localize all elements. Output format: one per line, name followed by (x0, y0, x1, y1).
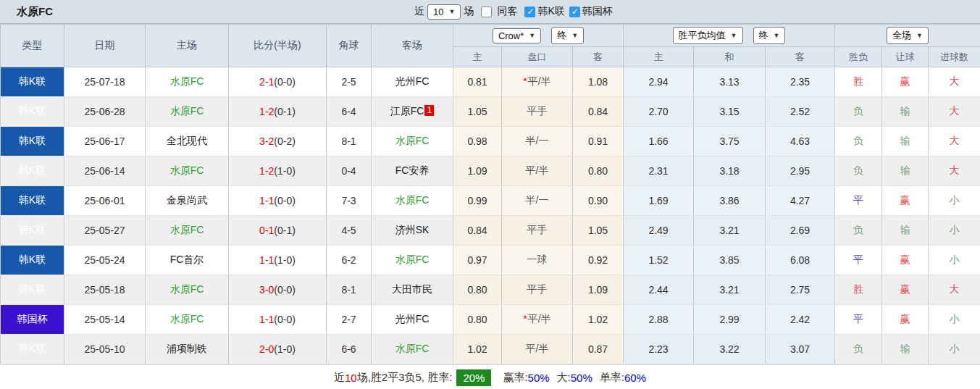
corners-cell: 0-4 (327, 156, 372, 186)
avg-draw-odds-cell: 3.21 (694, 275, 766, 305)
average-odds-select[interactable]: 胜平负均值 ▼ (673, 27, 743, 44)
bookmaker-select-value: Crow* (498, 30, 524, 41)
handicap-result-cell: 输 (882, 216, 929, 246)
handicap-away-odds-cell: 0.90 (573, 186, 624, 216)
handicap-home-odds-cell: 0.80 (453, 275, 502, 305)
match-history-panel: 水原FC 近 10 ▼ 场 同客 韩K联 韩国杯 类型 日期 (0, 0, 980, 389)
handicap-line-cell: *平/半 (502, 305, 573, 335)
handicap-line-cell: 平/半 (502, 156, 573, 186)
average-final-select[interactable]: 终 ▼ (753, 27, 786, 44)
match-row: 韩K联25-06-17全北现代3-2(0-2)8-1水原FC0.98半/一0.9… (1, 127, 980, 156)
avg-away-odds-cell: 2.52 (766, 97, 835, 127)
home-team-cell: 浦项制铁 (146, 335, 229, 364)
recent-label: 近 (414, 5, 424, 18)
handicap-result-cell: 赢 (882, 275, 929, 305)
away-team-cell: 济州SK (372, 216, 453, 246)
footer-summary: 场,胜2平3负5, 胜率: (357, 371, 453, 385)
same-away-label[interactable]: 同客 (497, 5, 517, 18)
score-cell: 1-1(0-0) (229, 305, 327, 335)
sub-header-goals: 进球数 (929, 47, 980, 67)
handicap-result-cell: 输 (882, 97, 929, 127)
result-cell: 负 (835, 216, 882, 246)
avg-draw-odds-cell: 3.86 (694, 186, 766, 216)
red-card-badge: 1 (424, 105, 434, 116)
sub-header-let-ball: 让球 (882, 47, 929, 67)
handicap-home-odds-cell: 0.80 (453, 305, 502, 335)
recent-count-value: 10 (433, 7, 443, 17)
avg-home-odds-cell: 2.94 (624, 67, 694, 97)
avg-away-odds-cell: 2.69 (766, 216, 835, 246)
handicap-line-cell: 平/半 (502, 335, 573, 364)
handicap-final-value: 终 (557, 29, 566, 42)
avg-away-odds-cell: 4.63 (766, 127, 835, 156)
handicap-away-odds-cell: 1.02 (573, 305, 624, 335)
result-cell: 胜 (835, 275, 882, 305)
avg-home-odds-cell: 2.31 (624, 156, 694, 186)
date-cell: 25-05-24 (64, 246, 146, 275)
win-rate-badge: 20% (456, 369, 491, 386)
handicap-home-odds-cell: 0.81 (453, 67, 502, 97)
same-away-checkbox[interactable] (481, 7, 492, 17)
away-team-cell: 光州FC (372, 305, 453, 335)
date-cell: 25-06-01 (64, 186, 146, 216)
score-cell: 0-1(0-1) (229, 216, 327, 246)
avg-home-odds-cell: 2.70 (624, 97, 694, 127)
result-cell: 负 (835, 156, 882, 186)
avg-away-odds-cell: 2.35 (766, 67, 835, 97)
handicap-line-cell: *平/半 (502, 67, 573, 97)
avg-away-odds-cell: 2.42 (766, 305, 835, 335)
star-icon: * (523, 75, 527, 87)
handicap-result-cell: 赢 (882, 186, 929, 216)
match-row: 韩K联25-05-18水原FC3-0(0-0)8-1大田市民0.80平手1.09… (1, 275, 980, 305)
chevron-down-icon: ▼ (571, 33, 578, 39)
col-header-date: 日期 (64, 25, 146, 67)
result-cell: 负 (835, 127, 882, 156)
away-team-cell: 水原FC (372, 335, 453, 364)
league-label[interactable]: 韩K联 (537, 5, 564, 18)
sub-header-handicap-home: 主 (453, 47, 502, 67)
match-row: 韩国杯25-05-14水原FC1-1(0-0)2-7光州FC0.80*平/半1.… (1, 305, 980, 335)
handicap-home-odds-cell: 1.02 (453, 335, 502, 364)
goals-result-cell: 大 (929, 97, 980, 127)
match-type-cell: 韩K联 (1, 127, 64, 156)
handicap-result-cell: 赢 (882, 246, 929, 275)
avg-draw-odds-cell: 3.18 (694, 156, 766, 186)
home-team-cell: 金泉尚武 (146, 186, 229, 216)
handicap-away-odds-cell: 1.05 (573, 216, 624, 246)
match-row: 韩K联25-05-27水原FC0-1(0-1)4-5济州SK0.84平手1.05… (1, 216, 980, 246)
bookmaker-select[interactable]: Crow* ▼ (493, 28, 541, 43)
match-row: 韩K联25-06-14水原FC1-2(1-0)0-4FC安养1.09平/半0.8… (1, 156, 980, 186)
corners-cell: 6-4 (327, 97, 372, 127)
full-match-select[interactable]: 全场 ▼ (887, 27, 929, 44)
cup-label[interactable]: 韩国杯 (582, 5, 613, 18)
league-checkbox[interactable] (524, 7, 535, 17)
cup-checkbox[interactable] (569, 7, 580, 17)
match-type-cell: 韩K联 (1, 97, 64, 127)
away-team-cell: 光州FC (372, 67, 453, 97)
handicap-away-odds-cell: 1.08 (573, 67, 624, 97)
handicap-final-select[interactable]: 终 ▼ (551, 27, 584, 44)
handicap-header-group: Crow* ▼ 终 ▼ (453, 25, 624, 47)
full-match-value: 全场 (892, 29, 911, 42)
goals-result-cell: 大 (929, 156, 980, 186)
home-team-cell: 水原FC (146, 97, 229, 127)
date-cell: 25-05-10 (64, 335, 146, 364)
away-team-cell: 大田市民 (372, 275, 453, 305)
match-row: 韩K联25-05-24FC首尔1-1(1-0)6-2水原FC0.97一球0.92… (1, 246, 980, 275)
handicap-result-cell: 赢 (882, 305, 929, 335)
recent-count-select[interactable]: 10 ▼ (427, 4, 461, 20)
handicap-away-odds-cell: 0.84 (573, 97, 624, 127)
goals-result-cell: 大 (929, 275, 980, 305)
match-type-cell: 韩国杯 (1, 305, 64, 335)
let-rate-label: 赢率: (503, 371, 527, 385)
score-cell: 1-2(1-0) (229, 156, 327, 186)
avg-draw-odds-cell: 3.22 (694, 335, 766, 364)
chevron-down-icon: ▼ (731, 33, 737, 39)
avg-home-odds-cell: 2.88 (624, 305, 694, 335)
match-table: 类型 日期 主场 比分(半场) 角球 客场 Crow* ▼ 终 ▼ (0, 24, 980, 364)
avg-away-odds-cell: 3.07 (766, 335, 835, 364)
goals-result-cell: 小 (929, 335, 980, 364)
score-cell: 3-0(0-0) (229, 275, 327, 305)
handicap-result-cell: 输 (882, 335, 929, 364)
avg-draw-odds-cell: 3.13 (694, 67, 766, 97)
